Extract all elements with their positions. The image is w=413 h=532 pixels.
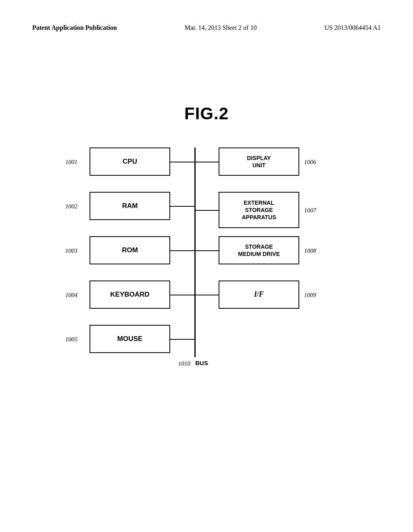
external-storage-box: EXTERNALSTORAGEAPPARATUS (219, 192, 299, 228)
if-label: I/F (254, 290, 264, 299)
header-patent-number: US 2013/0064454 A1 (324, 24, 381, 31)
bus-vertical-line (194, 148, 196, 357)
ram-connector-line (170, 206, 194, 207)
storage-medium-ref-label: 1008 (304, 247, 316, 254)
mouse-label: MOUSE (117, 335, 142, 343)
rom-connector-line (170, 250, 194, 251)
storage-medium-connector-line (195, 250, 219, 251)
keyboard-box: KEYBOARD (90, 281, 170, 309)
mouse-connector-line (170, 339, 194, 340)
bus-text-label: BUS (195, 360, 208, 366)
rom-box: ROM (90, 236, 170, 264)
page: Patent Application Publication Mar. 14, … (0, 0, 413, 532)
display-connector-line (195, 162, 219, 162)
storage-medium-label: STORAGEMEDIUM DRIVE (238, 243, 280, 258)
cpu-box: CPU (90, 148, 170, 176)
figure-title: FIG.2 (32, 104, 381, 123)
external-storage-connector-line (195, 210, 219, 211)
page-header: Patent Application Publication Mar. 14, … (32, 24, 381, 31)
cpu-ref-label: 1001 (65, 159, 77, 166)
cpu-connector-line (170, 162, 194, 162)
mouse-box: MOUSE (90, 325, 170, 353)
bus-ref-label: 1010 (178, 360, 190, 367)
cpu-label: CPU (123, 158, 137, 166)
mouse-ref-label: 1005 (65, 336, 77, 343)
rom-ref-label: 1003 (65, 247, 77, 254)
header-sheet-info: Mar. 14, 2013 Sheet 2 of 10 (185, 24, 257, 31)
header-publication-label: Patent Application Publication (32, 24, 117, 31)
keyboard-label: KEYBOARD (110, 291, 149, 299)
display-ref-label: 1006 (304, 159, 316, 166)
external-storage-ref-label: 1007 (304, 207, 316, 214)
display-unit-box: DISPLAYUNIT (219, 148, 299, 176)
ram-label: RAM (122, 202, 138, 210)
external-storage-label: EXTERNALSTORAGEAPPARATUS (242, 199, 276, 221)
keyboard-connector-line (170, 295, 194, 295)
if-connector-line (195, 295, 219, 295)
display-unit-label: DISPLAYUNIT (247, 154, 271, 169)
storage-medium-drive-box: STORAGEMEDIUM DRIVE (219, 236, 299, 264)
if-box: I/F (219, 281, 299, 309)
rom-label: ROM (122, 246, 138, 254)
if-ref-label: 1009 (304, 292, 316, 299)
diagram-container: CPU 1001 RAM 1002 ROM 1003 KEYBOARD 1004… (65, 148, 348, 389)
keyboard-ref-label: 1004 (65, 292, 77, 299)
ram-box: RAM (90, 192, 170, 220)
ram-ref-label: 1002 (65, 203, 77, 210)
